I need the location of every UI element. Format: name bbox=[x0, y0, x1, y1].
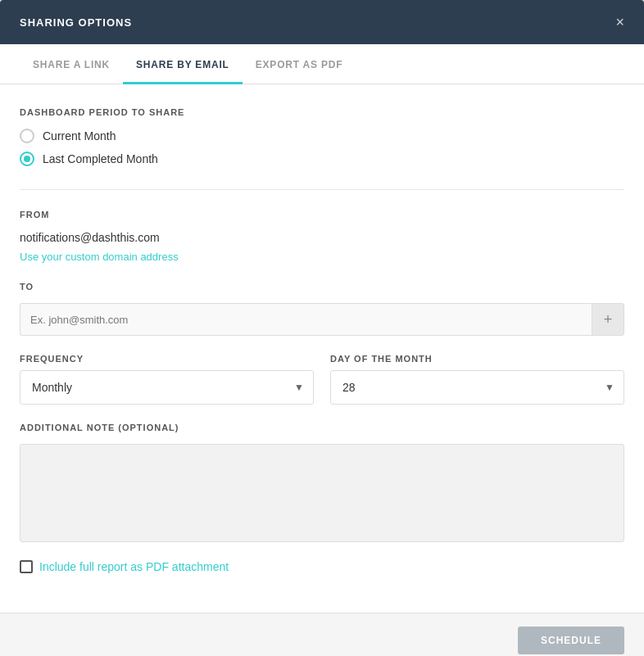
dashboard-period-label: DASHBOARD PERIOD TO SHARE bbox=[20, 107, 624, 117]
frequency-row: FREQUENCY Daily Weekly Monthly Quarterly… bbox=[20, 354, 624, 405]
additional-note-textarea[interactable] bbox=[20, 444, 624, 542]
modal-title: SHARING OPTIONS bbox=[20, 16, 132, 29]
day-of-month-field: DAY OF THE MONTH 1234 5678 9101112 13141… bbox=[330, 354, 624, 405]
tab-share-email[interactable]: SHARE BY EMAIL bbox=[123, 44, 243, 84]
tab-export-pdf[interactable]: EXPORT AS PDF bbox=[243, 44, 356, 84]
pdf-label-link: full report as PDF attachment bbox=[79, 560, 229, 573]
period-radio-group: Current Month Last Completed Month bbox=[20, 129, 624, 166]
add-email-button[interactable]: + bbox=[592, 303, 624, 336]
tab-share-link[interactable]: SHARE A LINK bbox=[20, 44, 123, 84]
to-label: TO bbox=[20, 282, 624, 292]
dashboard-period-section: DASHBOARD PERIOD TO SHARE Current Month … bbox=[20, 107, 624, 166]
from-email: notifications@dashthis.com bbox=[20, 231, 624, 244]
modal-footer: SCHEDULE bbox=[0, 613, 644, 656]
additional-note-label: ADDITIONAL NOTE (OPTIONAL) bbox=[20, 423, 624, 432]
frequency-label: FREQUENCY bbox=[20, 354, 314, 364]
day-of-month-select[interactable]: 1234 5678 9101112 13141516 17181920 2122… bbox=[330, 370, 624, 405]
day-of-month-label: DAY OF THE MONTH bbox=[330, 354, 624, 364]
from-label: FROM bbox=[20, 210, 624, 219]
plus-icon: + bbox=[604, 311, 613, 328]
sharing-options-modal: SHARING OPTIONS × SHARE A LINK SHARE BY … bbox=[0, 0, 644, 656]
modal-body: DASHBOARD PERIOD TO SHARE Current Month … bbox=[0, 84, 644, 613]
current-month-option[interactable]: Current Month bbox=[20, 129, 624, 143]
modal-header: SHARING OPTIONS × bbox=[0, 0, 644, 44]
custom-domain-link[interactable]: Use your custom domain address bbox=[20, 251, 179, 263]
current-month-radio[interactable] bbox=[20, 129, 34, 143]
pdf-attachment-label[interactable]: Include full report as PDF attachment bbox=[39, 560, 229, 573]
frequency-select[interactable]: Daily Weekly Monthly Quarterly Yearly bbox=[20, 370, 314, 405]
frequency-select-wrapper: Daily Weekly Monthly Quarterly Yearly ▼ bbox=[20, 370, 314, 405]
day-select-wrapper: 1234 5678 9101112 13141516 17181920 2122… bbox=[330, 370, 624, 405]
to-email-input[interactable] bbox=[20, 303, 592, 336]
frequency-field: FREQUENCY Daily Weekly Monthly Quarterly… bbox=[20, 354, 314, 405]
tab-bar: SHARE A LINK SHARE BY EMAIL EXPORT AS PD… bbox=[0, 44, 644, 84]
schedule-button[interactable]: SCHEDULE bbox=[518, 627, 624, 654]
last-completed-month-label: Last Completed Month bbox=[43, 152, 158, 165]
section-divider bbox=[20, 189, 624, 190]
last-completed-month-option[interactable]: Last Completed Month bbox=[20, 152, 624, 166]
to-input-row: + bbox=[20, 303, 624, 336]
additional-note-section: ADDITIONAL NOTE (OPTIONAL) bbox=[20, 423, 624, 545]
pdf-attachment-row: Include full report as PDF attachment bbox=[20, 560, 624, 573]
close-button[interactable]: × bbox=[615, 15, 624, 29]
from-section: FROM notifications@dashthis.com Use your… bbox=[20, 210, 624, 264]
last-completed-month-radio[interactable] bbox=[20, 152, 34, 166]
pdf-label-before: Include bbox=[39, 560, 79, 573]
current-month-label: Current Month bbox=[43, 129, 116, 143]
to-section: TO + bbox=[20, 282, 624, 336]
pdf-attachment-checkbox[interactable] bbox=[20, 560, 33, 573]
